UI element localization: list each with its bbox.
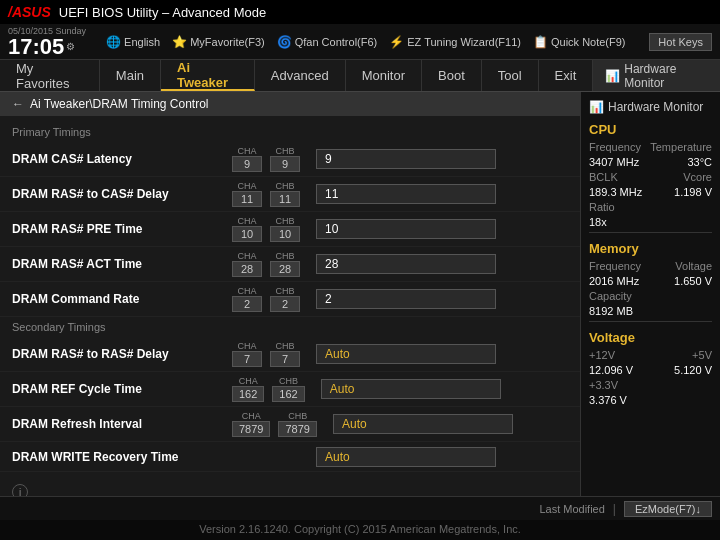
hw-monitor-tab[interactable]: 📊 Hardware Monitor xyxy=(593,60,720,91)
channel-values: CHA 9 CHB 9 xyxy=(232,146,304,172)
nav-ai-tweaker[interactable]: Ai Tweaker xyxy=(161,60,255,91)
info-icon[interactable]: i xyxy=(12,484,28,496)
time-text: 17:05 xyxy=(8,36,64,58)
channel-a-group: CHA 28 xyxy=(232,251,262,277)
channel-values: CHA 7879 CHB 7879 xyxy=(232,411,321,437)
value-display[interactable]: Auto xyxy=(316,344,496,364)
channel-a-group: CHA 2 xyxy=(232,286,262,312)
ez-mode-button[interactable]: EzMode(F7)↓ xyxy=(624,501,712,517)
setting-label: DRAM RAS# to CAS# Delay xyxy=(12,187,232,201)
table-row[interactable]: DRAM RAS# PRE Time CHA 10 CHB 10 10 xyxy=(0,212,580,247)
channel-a-group: CHA 10 xyxy=(232,216,262,242)
channel-values: CHA 28 CHB 28 xyxy=(232,251,304,277)
channel-values: CHA 162 CHB 162 xyxy=(232,376,309,402)
nav-advanced[interactable]: Advanced xyxy=(255,60,346,91)
secondary-timings-header: Secondary Timings xyxy=(0,317,580,337)
setting-label: DRAM RAS# to RAS# Delay xyxy=(12,347,232,361)
monitor-panel-icon: 📊 xyxy=(589,100,604,114)
bios-title: UEFI BIOS Utility – Advanced Mode xyxy=(59,5,266,20)
back-arrow-icon[interactable]: ← xyxy=(12,97,24,111)
quicknote-label: Quick Note(F9) xyxy=(551,36,626,48)
mem-freq-value-row: 2016 MHz 1.650 V xyxy=(589,275,712,287)
table-row[interactable]: DRAM WRITE Recovery Time CHA CHB Auto xyxy=(0,442,580,472)
table-row[interactable]: DRAM RAS# ACT Time CHA 28 CHB 28 28 xyxy=(0,247,580,282)
language-icon: 🌐 xyxy=(106,35,121,49)
channel-b-group: CHB 7879 xyxy=(278,411,316,437)
nav-my-favorites[interactable]: My Favorites xyxy=(0,60,100,91)
divider xyxy=(589,321,712,322)
shortcut-ez-tuning[interactable]: ⚡ EZ Tuning Wizard(F11) xyxy=(389,35,521,49)
value-display[interactable]: Auto xyxy=(333,414,513,434)
channel-b-group: CHB 10 xyxy=(270,216,300,242)
v33-value-row: 3.376 V xyxy=(589,394,712,406)
channel-values: CHA 11 CHB 11 xyxy=(232,181,304,207)
favorites-label: MyFavorite(F3) xyxy=(190,36,265,48)
divider xyxy=(589,232,712,233)
table-row[interactable]: DRAM REF Cycle Time CHA 162 CHB 162 Auto xyxy=(0,372,580,407)
english-label: English xyxy=(124,36,160,48)
bottom-bar: Last Modified | EzMode(F7)↓ xyxy=(0,496,720,520)
memory-section-title: Memory xyxy=(589,241,712,256)
value-display[interactable]: Auto xyxy=(316,447,496,467)
channel-a-group: CHA 9 xyxy=(232,146,262,172)
setting-label: DRAM Refresh Interval xyxy=(12,417,232,431)
primary-timings-header: Primary Timings xyxy=(0,122,580,142)
hot-keys-button[interactable]: Hot Keys xyxy=(649,33,712,51)
value-display[interactable]: 28 xyxy=(316,254,496,274)
value-display[interactable]: 9 xyxy=(316,149,496,169)
nav-main[interactable]: Main xyxy=(100,60,161,91)
favorites-icon: ⭐ xyxy=(172,35,187,49)
channel-b-group: CHB 11 xyxy=(270,181,300,207)
setting-label: DRAM CAS# Latency xyxy=(12,152,232,166)
v12-value-row: 12.096 V 5.120 V xyxy=(589,364,712,376)
last-modified-label: Last Modified xyxy=(539,503,604,515)
value-display[interactable]: 2 xyxy=(316,289,496,309)
shortcut-quicknote[interactable]: 📋 Quick Note(F9) xyxy=(533,35,626,49)
settings-area: Primary Timings DRAM CAS# Latency CHA 9 … xyxy=(0,116,580,478)
voltage-section-title: Voltage xyxy=(589,330,712,345)
right-panel: 📊 Hardware Monitor CPU Frequency Tempera… xyxy=(580,92,720,496)
value-display[interactable]: 10 xyxy=(316,219,496,239)
cpu-ratio-row: Ratio xyxy=(589,201,712,213)
shortcut-english[interactable]: 🌐 English xyxy=(106,35,160,49)
cpu-bclk-row: BCLK Vcore xyxy=(589,171,712,183)
table-row[interactable]: DRAM Refresh Interval CHA 7879 CHB 7879 … xyxy=(0,407,580,442)
channel-values: CHA 10 CHB 10 xyxy=(232,216,304,242)
gear-icon[interactable]: ⚙ xyxy=(66,41,75,52)
info-bar: 05/10/2015 Sunday 17:05 ⚙ 🌐 English ⭐ My… xyxy=(0,24,720,60)
cpu-bclk-value-row: 189.3 MHz 1.198 V xyxy=(589,186,712,198)
table-row[interactable]: DRAM Command Rate CHA 2 CHB 2 2 xyxy=(0,282,580,317)
value-display[interactable]: Auto xyxy=(321,379,501,399)
table-row[interactable]: DRAM RAS# to CAS# Delay CHA 11 CHB 11 11 xyxy=(0,177,580,212)
channel-a-group: CHA 7 xyxy=(232,341,262,367)
asus-logo: /ASUS xyxy=(8,4,51,20)
setting-label: DRAM RAS# PRE Time xyxy=(12,222,232,236)
nav-tool[interactable]: Tool xyxy=(482,60,539,91)
mem-freq-row: Frequency Voltage xyxy=(589,260,712,272)
nav-bar: My Favorites Main Ai Tweaker Advanced Mo… xyxy=(0,60,720,92)
nav-monitor[interactable]: Monitor xyxy=(346,60,422,91)
ez-label: EZ Tuning Wizard(F11) xyxy=(407,36,521,48)
channel-values: CHA 7 CHB 7 xyxy=(232,341,304,367)
nav-boot[interactable]: Boot xyxy=(422,60,482,91)
nav-exit[interactable]: Exit xyxy=(539,60,594,91)
shortcut-favorites[interactable]: ⭐ MyFavorite(F3) xyxy=(172,35,265,49)
datetime: 05/10/2015 Sunday 17:05 ⚙ xyxy=(8,26,86,58)
qfan-label: Qfan Control(F6) xyxy=(295,36,378,48)
channel-a-group: CHA 11 xyxy=(232,181,262,207)
v33-row: +3.3V xyxy=(589,379,712,391)
table-row[interactable]: DRAM CAS# Latency CHA 9 CHB 9 9 xyxy=(0,142,580,177)
channel-b-group: CHB 7 xyxy=(270,341,300,367)
mem-capacity-value-row: 8192 MB xyxy=(589,305,712,317)
monitor-icon: 📊 xyxy=(605,69,620,83)
table-row[interactable]: DRAM RAS# to RAS# Delay CHA 7 CHB 7 Auto xyxy=(0,337,580,372)
setting-label: DRAM WRITE Recovery Time xyxy=(12,450,232,464)
channel-a-group: CHA 7879 xyxy=(232,411,270,437)
shortcut-qfan[interactable]: 🌀 Qfan Control(F6) xyxy=(277,35,378,49)
hw-monitor-title: 📊 Hardware Monitor xyxy=(589,100,712,114)
cpu-frequency-row: Frequency Temperature xyxy=(589,141,712,153)
channel-b-group: CHB 2 xyxy=(270,286,300,312)
left-panel: ← Ai Tweaker\DRAM Timing Control Primary… xyxy=(0,92,580,496)
value-display[interactable]: 11 xyxy=(316,184,496,204)
ez-icon: ⚡ xyxy=(389,35,404,49)
